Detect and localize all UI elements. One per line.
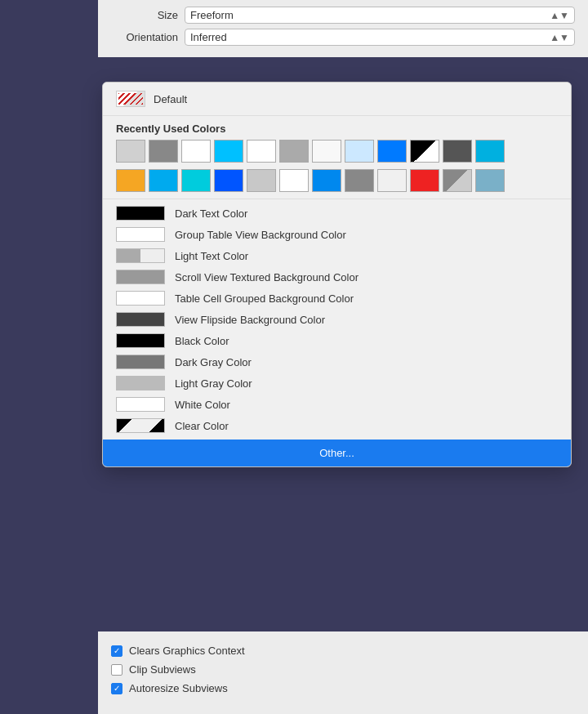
color-swatch[interactable]	[345, 140, 374, 163]
color-swatch[interactable]	[279, 140, 309, 163]
named-color-row[interactable]: Black Color	[103, 330, 571, 351]
named-color-label: Scroll View Textured Background Color	[175, 271, 359, 283]
orientation-select[interactable]: Inferred ▲▼	[185, 29, 575, 46]
color-swatch[interactable]	[443, 140, 472, 163]
color-swatch[interactable]	[149, 169, 178, 192]
named-color-label: Clear Color	[175, 420, 229, 432]
named-color-label: Group Table View Background Color	[175, 229, 346, 241]
size-label: Size	[111, 9, 185, 21]
named-color-row[interactable]: Table Cell Grouped Background Color	[103, 288, 571, 309]
orientation-row: Orientation Inferred ▲▼	[111, 29, 575, 46]
color-swatch[interactable]	[377, 169, 407, 192]
clears-graphics-label: Clears Graphics Context	[129, 645, 245, 657]
size-row: Size Freeform ▲▼	[111, 7, 575, 24]
color-swatch[interactable]	[247, 140, 276, 163]
named-swatch	[116, 248, 165, 263]
color-swatch[interactable]	[149, 140, 178, 163]
color-swatch[interactable]	[214, 140, 243, 163]
named-color-label: Light Text Color	[175, 250, 248, 262]
named-color-label: White Color	[175, 399, 230, 411]
named-swatch	[116, 397, 165, 412]
color-swatch[interactable]	[214, 169, 243, 192]
named-color-row[interactable]: Dark Text Color	[103, 203, 571, 224]
named-swatch	[116, 333, 165, 348]
named-color-label: Black Color	[175, 335, 229, 347]
color-swatch[interactable]	[312, 140, 341, 163]
named-swatch	[116, 270, 165, 284]
color-dropdown: Default Recently Used Colors	[102, 82, 572, 467]
size-value: Freeform	[190, 9, 234, 21]
named-swatch	[116, 206, 165, 221]
clip-subviews-label: Clip Subviews	[129, 663, 196, 676]
named-swatch	[116, 418, 165, 433]
clip-subviews-checkbox[interactable]	[111, 664, 122, 676]
color-grid-row1	[103, 140, 571, 169]
named-color-label: Table Cell Grouped Background Color	[175, 292, 354, 305]
size-select[interactable]: Freeform ▲▼	[185, 7, 575, 24]
color-swatch[interactable]	[279, 169, 309, 192]
named-color-row[interactable]: Light Text Color	[103, 245, 571, 266]
named-color-row[interactable]: View Flipside Background Color	[103, 309, 571, 330]
color-swatch[interactable]	[410, 169, 439, 192]
autoresize-subviews-checkbox[interactable]	[111, 683, 122, 694]
named-swatch	[116, 355, 165, 369]
color-grid-row2	[103, 169, 571, 199]
named-color-row[interactable]: Group Table View Background Color	[103, 224, 571, 245]
orientation-value: Inferred	[190, 31, 227, 43]
color-swatch[interactable]	[312, 169, 341, 192]
recently-used-title: Recently Used Colors	[103, 116, 571, 140]
named-color-row[interactable]: Light Gray Color	[103, 373, 571, 394]
autoresize-subviews-label: Autoresize Subviews	[129, 682, 228, 694]
named-swatch	[116, 227, 165, 242]
color-swatch[interactable]	[181, 169, 211, 192]
clears-graphics-checkbox[interactable]	[111, 645, 122, 657]
other-button[interactable]: Other...	[103, 440, 571, 466]
default-row[interactable]: Default	[103, 83, 571, 116]
orientation-label: Orientation	[111, 31, 185, 43]
named-color-label: Dark Text Color	[175, 208, 247, 220]
default-label: Default	[154, 93, 187, 105]
color-swatch[interactable]	[247, 169, 276, 192]
named-color-label: View Flipside Background Color	[175, 314, 325, 326]
size-stepper-icon: ▲▼	[550, 11, 569, 20]
color-swatch[interactable]	[475, 140, 505, 163]
orientation-stepper-icon: ▲▼	[550, 33, 569, 42]
named-color-label: Light Gray Color	[175, 377, 252, 390]
color-swatch[interactable]	[181, 140, 211, 163]
named-color-label: Dark Gray Color	[175, 356, 252, 368]
named-swatch	[116, 312, 165, 327]
named-color-row[interactable]: White Color	[103, 394, 571, 415]
color-swatch[interactable]	[116, 140, 145, 163]
default-swatch	[116, 91, 145, 107]
color-swatch[interactable]	[377, 140, 407, 163]
named-color-row[interactable]: Clear Color	[103, 415, 571, 436]
color-swatch[interactable]	[410, 140, 439, 163]
color-swatch[interactable]	[116, 169, 145, 192]
top-controls: Size Freeform ▲▼ Orientation Inferred ▲▼	[98, 0, 588, 57]
bottom-area: Clears Graphics Context Clip Subviews Au…	[98, 631, 588, 714]
named-swatch	[116, 291, 165, 306]
clears-graphics-row: Clears Graphics Context	[111, 645, 575, 657]
color-swatch[interactable]	[475, 169, 505, 192]
named-colors-list: Dark Text Color Group Table View Backgro…	[103, 199, 571, 440]
named-color-row[interactable]: Scroll View Textured Background Color	[103, 266, 571, 288]
autoresize-subviews-row: Autoresize Subviews	[111, 682, 575, 694]
color-swatch[interactable]	[443, 169, 472, 192]
clip-subviews-row: Clip Subviews	[111, 663, 575, 676]
named-color-row[interactable]: Dark Gray Color	[103, 351, 571, 373]
named-swatch	[116, 376, 165, 390]
color-swatch[interactable]	[345, 169, 374, 192]
